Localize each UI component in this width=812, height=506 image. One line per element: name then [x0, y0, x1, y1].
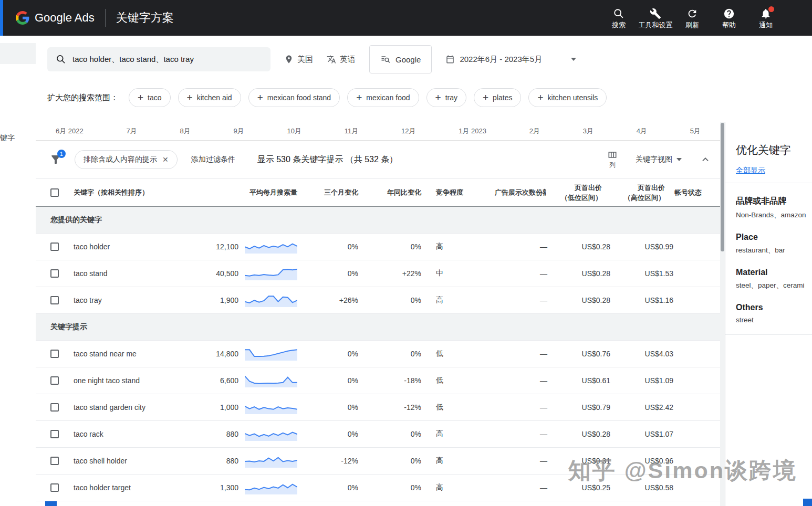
- refine-group[interactable]: 品牌或非品牌 Non-Brands、amazon: [736, 196, 812, 220]
- yoy-change: 0%: [366, 430, 429, 438]
- table-row[interactable]: taco stand near me 14,800 0% 0% 低 — US$0…: [36, 341, 725, 367]
- table-row[interactable]: one night taco stand 6,600 0% -18% 低 — U…: [36, 367, 725, 394]
- vertical-scrollbar[interactable]: [720, 122, 725, 506]
- topbar-divider: [105, 9, 106, 27]
- three-month-change: 0%: [303, 269, 366, 278]
- timeline-month: 3月: [583, 126, 594, 136]
- table-row[interactable]: taco shell holder 880 -12% 0% 高 — US$0.3…: [36, 448, 725, 475]
- header-volume[interactable]: 平均每月搜索量: [200, 188, 303, 197]
- competition: 高: [429, 456, 492, 466]
- topbar-action[interactable]: 刷新: [675, 6, 710, 30]
- top-of-page-bid-low: US$0.28: [555, 296, 618, 304]
- timeline-month: 8月: [180, 126, 191, 136]
- chip-label: tray: [445, 93, 457, 102]
- broaden-chip[interactable]: + taco: [129, 88, 171, 107]
- yoy-change: -18%: [366, 376, 429, 385]
- broaden-chip[interactable]: + tray: [426, 88, 466, 107]
- topbar-action[interactable]: 通知: [748, 6, 783, 30]
- topbar-action[interactable]: 搜索: [601, 6, 636, 30]
- header-impression-share[interactable]: 广告展示次数份额: [492, 188, 546, 197]
- table-row[interactable]: taco holder target 1,300 0% 0% 高 — US$0.…: [36, 475, 725, 501]
- trend-sparkline: [245, 452, 297, 470]
- left-nav-item[interactable]: 键字: [0, 133, 15, 143]
- table-row[interactable]: taco stand 40,500 0% +22% 中 — US$0.28 US…: [36, 260, 725, 287]
- filter-chip[interactable]: 排除含成人内容的提示 ✕: [75, 150, 178, 169]
- header-status[interactable]: 帐号状态: [672, 188, 725, 197]
- header-competition[interactable]: 竞争程度: [429, 188, 492, 197]
- row-checkbox[interactable]: [50, 243, 59, 251]
- hscrollbar-artifact-left: [45, 501, 57, 506]
- refine-group[interactable]: Place restaurant、bar: [736, 233, 812, 255]
- columns-button[interactable]: 列: [607, 150, 618, 170]
- left-nav-highlight: [0, 43, 36, 64]
- scrollbar-thumb[interactable]: [721, 123, 724, 251]
- google-ads-home-button[interactable]: Google Ads: [16, 11, 95, 25]
- row-checkbox[interactable]: [50, 430, 59, 438]
- toolbar-right: 列 关键字视图: [607, 150, 711, 170]
- topbar-action-label: 帮助: [722, 21, 736, 30]
- timeline-month: 12月: [401, 126, 415, 136]
- three-month-change: 0%: [303, 403, 366, 412]
- add-filter-button[interactable]: 添加过滤条件: [191, 155, 235, 164]
- keywords-search-box[interactable]: [47, 47, 270, 71]
- header-yoy[interactable]: 年同比变化: [366, 188, 429, 197]
- date-range-selector[interactable]: 2022年6月 - 2023年5月: [445, 55, 576, 65]
- show-all-link[interactable]: 全部显示: [736, 166, 765, 175]
- filter-icon: [49, 159, 62, 167]
- location-label: 美国: [297, 55, 313, 65]
- row-checkbox[interactable]: [50, 350, 59, 358]
- collapse-chart-button[interactable]: [700, 154, 711, 165]
- top-of-page-bid-low: US$0.25: [555, 483, 618, 492]
- filter-toolbar: 1 排除含成人内容的提示 ✕ 添加过滤条件 显示 530 条关键字提示 （共 5…: [36, 141, 725, 178]
- top-of-page-bid-high: US$1.53: [618, 269, 681, 278]
- broaden-chip[interactable]: + plates: [474, 88, 521, 107]
- language-selector[interactable]: 英语: [327, 55, 356, 65]
- header-high-bid[interactable]: 页首出价 （高位区间）: [609, 183, 672, 203]
- keywords-input[interactable]: [72, 55, 262, 64]
- refine-group-name: Others: [736, 303, 812, 312]
- avg-monthly-searches: 40,500: [216, 269, 238, 278]
- timeline-month: 9月: [233, 126, 244, 136]
- refine-group[interactable]: Material steel、paper、cerami: [736, 268, 812, 290]
- select-all-checkbox[interactable]: [50, 188, 59, 197]
- header-keyword[interactable]: 关键字（按相关性排序）: [74, 188, 200, 197]
- broaden-chip[interactable]: + kitchen utensils: [528, 88, 607, 107]
- keyword-text: taco tray: [74, 296, 200, 304]
- chevron-down-icon[interactable]: [571, 58, 576, 61]
- ad-impression-share: —: [492, 350, 555, 358]
- topbar-action[interactable]: 工具和设置: [638, 6, 673, 30]
- avg-monthly-searches: 14,800: [216, 350, 238, 358]
- refine-group[interactable]: Others street: [736, 303, 812, 324]
- broaden-chip[interactable]: + kitchen aid: [178, 88, 241, 107]
- row-checkbox[interactable]: [50, 376, 59, 385]
- network-selector[interactable]: Google: [369, 45, 432, 73]
- calendar-icon: [445, 55, 455, 64]
- row-checkbox[interactable]: [50, 403, 59, 412]
- filter-button[interactable]: 1: [49, 153, 62, 166]
- header-three-month[interactable]: 三个月变化: [303, 188, 366, 197]
- chip-label: kitchen utensils: [548, 93, 598, 102]
- keyword-text: taco stand: [74, 269, 200, 278]
- timeline-month: 5月: [690, 126, 701, 136]
- broaden-chip[interactable]: + mexican food stand: [248, 88, 340, 107]
- filter-count-badge: 1: [57, 150, 66, 158]
- row-checkbox[interactable]: [50, 483, 59, 492]
- table-row[interactable]: taco holder 12,100 0% 0% 高 — US$0.28 US$…: [36, 234, 725, 260]
- columns-icon: [607, 150, 618, 160]
- row-checkbox[interactable]: [50, 296, 59, 304]
- refine-group-name: Material: [736, 268, 812, 277]
- topbar-action[interactable]: 帮助: [712, 6, 746, 30]
- view-selector[interactable]: 关键字视图: [636, 155, 682, 164]
- remove-filter-icon[interactable]: ✕: [162, 155, 169, 164]
- location-selector[interactable]: 美国: [284, 55, 313, 65]
- row-checkbox[interactable]: [50, 457, 59, 465]
- header-low-bid[interactable]: 页首出价 （低位区间）: [546, 183, 609, 203]
- table-row[interactable]: taco stand garden city 1,000 0% -12% 低 —…: [36, 394, 725, 421]
- table-row[interactable]: taco tray 1,900 +26% 0% 高 — US$0.28 US$1…: [36, 287, 725, 314]
- hscrollbar-artifact-right: [803, 499, 812, 506]
- broaden-chip[interactable]: + mexican food: [347, 88, 419, 107]
- location-pin-icon: [284, 55, 294, 64]
- row-checkbox[interactable]: [50, 269, 59, 278]
- table-row[interactable]: taco rack 880 0% 0% 高 — US$0.28 US$1.07: [36, 421, 725, 448]
- yoy-change: 0%: [366, 296, 429, 304]
